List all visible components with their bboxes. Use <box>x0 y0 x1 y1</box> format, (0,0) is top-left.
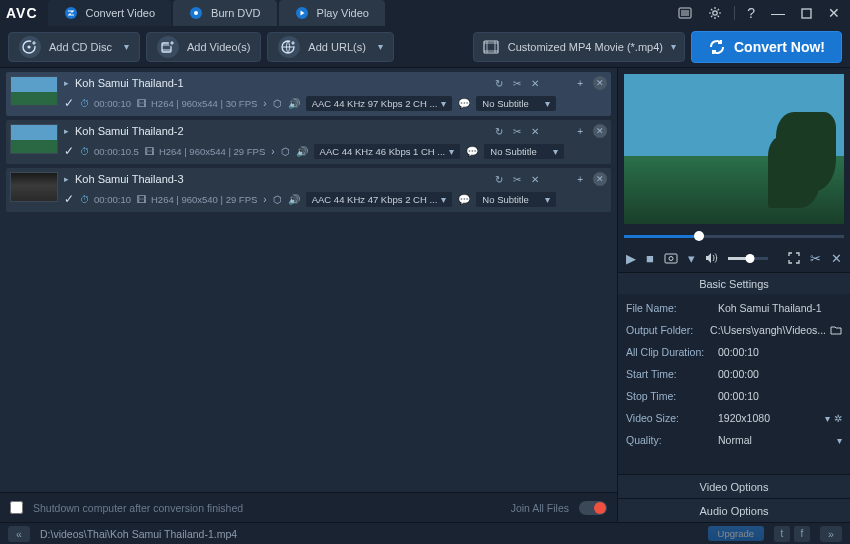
file-checkbox[interactable]: ✓ <box>64 144 74 158</box>
svg-rect-6 <box>802 9 811 18</box>
close-icon[interactable]: ✕ <box>824 3 844 23</box>
subtitle-select[interactable]: No Subtitle ▾ <box>484 144 564 159</box>
audio-icon: 🔊 <box>288 98 300 109</box>
file-item[interactable]: ▸ Koh Samui Thailand-3 ↻ ✂ ✕ + ✕ ✓ ⏱ 00:… <box>6 168 611 212</box>
folder-browse-icon[interactable] <box>830 325 842 335</box>
file-item[interactable]: ▸ Koh Samui Thailand-1 ↻ ✂ ✕ + ✕ ✓ ⏱ 00:… <box>6 72 611 116</box>
audio-options-button[interactable]: Audio Options <box>618 498 850 522</box>
add-icon[interactable]: + <box>577 126 583 137</box>
expand-icon[interactable]: › <box>271 146 274 157</box>
file-title: Koh Samui Thailand-1 <box>75 77 184 89</box>
crop-icon[interactable]: ✕ <box>531 174 539 185</box>
subtitle-select[interactable]: No Subtitle ▾ <box>476 96 556 111</box>
tab-play-video[interactable]: Play Video <box>279 0 385 26</box>
video-options-button[interactable]: Video Options <box>618 474 850 498</box>
video-badge-icon: ▸ <box>64 174 69 184</box>
cut-icon[interactable]: ✂ <box>513 126 521 137</box>
audio-select[interactable]: AAC 44 KHz 47 Kbps 2 CH ... ▾ <box>306 192 453 207</box>
chevron-down-icon[interactable]: ▾ <box>688 251 695 266</box>
output-folder-value[interactable]: C:\Users\yangh\Videos... <box>710 324 826 336</box>
file-checkbox[interactable]: ✓ <box>64 96 74 110</box>
expand-icon[interactable]: › <box>263 98 266 109</box>
dvd-icon <box>189 6 203 20</box>
tab-convert-video[interactable]: Convert Video <box>48 0 172 26</box>
add-icon[interactable]: + <box>577 78 583 89</box>
volume-slider[interactable] <box>728 257 768 260</box>
chevron-down-icon: ▾ <box>545 98 550 109</box>
video-preview[interactable] <box>624 74 844 224</box>
maximize-icon[interactable] <box>797 6 816 21</box>
crop-icon[interactable]: ✕ <box>531 126 539 137</box>
stop-time-value[interactable]: 00:00:10 <box>718 390 842 402</box>
stop-icon[interactable]: ■ <box>646 251 654 266</box>
refresh-icon[interactable]: ↻ <box>495 126 503 137</box>
tab-label: Play Video <box>317 7 369 19</box>
refresh-icon[interactable]: ↻ <box>495 78 503 89</box>
subtitle-select[interactable]: No Subtitle ▾ <box>476 192 556 207</box>
play-icon[interactable]: ▶ <box>626 251 636 266</box>
volume-icon[interactable] <box>705 252 718 264</box>
file-name-value[interactable]: Koh Samui Thailand-1 <box>718 302 842 314</box>
effects-icon[interactable]: ⬡ <box>273 194 282 205</box>
effects-icon[interactable]: ⬡ <box>281 146 290 157</box>
help-icon[interactable]: ? <box>743 3 759 23</box>
divider <box>734 6 735 20</box>
add-cd-button[interactable]: Add CD Disc ▾ <box>8 32 140 62</box>
gear-icon[interactable] <box>704 4 726 22</box>
options-icon[interactable] <box>674 4 696 22</box>
convert-now-button[interactable]: Convert Now! <box>691 31 842 63</box>
crop-icon[interactable]: ✕ <box>831 251 842 266</box>
effects-icon[interactable]: ⬡ <box>273 98 282 109</box>
shutdown-checkbox[interactable] <box>10 501 23 514</box>
audio-icon: 🔊 <box>296 146 308 157</box>
add-videos-button[interactable]: Add Video(s) <box>146 32 261 62</box>
chevron-down-icon: ▾ <box>553 146 558 157</box>
video-size-select[interactable]: 1920x1080▾ <box>718 412 830 424</box>
subtitle-icon: 💬 <box>458 98 470 109</box>
file-thumbnail[interactable] <box>10 124 58 154</box>
twitter-icon[interactable]: t <box>774 526 790 542</box>
add-urls-button[interactable]: Add URL(s) ▾ <box>267 32 393 62</box>
quality-select[interactable]: Normal▾ <box>718 434 842 446</box>
remove-icon[interactable]: ✕ <box>593 124 607 138</box>
cut-icon[interactable]: ✂ <box>513 174 521 185</box>
film-add-icon <box>157 36 179 58</box>
start-time-value[interactable]: 00:00:00 <box>718 368 842 380</box>
shutdown-label: Shutdown computer after conversion finis… <box>33 502 243 514</box>
minimize-icon[interactable]: — <box>767 3 789 23</box>
svg-point-0 <box>65 7 77 19</box>
fullscreen-icon[interactable] <box>788 252 800 264</box>
snapshot-icon[interactable] <box>664 252 678 264</box>
add-icon[interactable]: + <box>577 174 583 185</box>
file-item[interactable]: ▸ Koh Samui Thailand-2 ↻ ✂ ✕ + ✕ ✓ ⏱ 00:… <box>6 120 611 164</box>
audio-select[interactable]: AAC 44 KHz 46 Kbps 1 CH ... ▾ <box>314 144 461 159</box>
tab-burn-dvd[interactable]: Burn DVD <box>173 0 277 26</box>
file-thumbnail[interactable] <box>10 76 58 106</box>
file-checkbox[interactable]: ✓ <box>64 192 74 206</box>
button-label: Add URL(s) <box>308 41 365 53</box>
remove-icon[interactable]: ✕ <box>593 172 607 186</box>
output-profile-select[interactable]: Customized MP4 Movie (*.mp4) ▾ <box>473 32 685 62</box>
basic-settings: File Name: Koh Samui Thailand-1 Output F… <box>618 294 850 454</box>
gear-icon[interactable]: ✲ <box>834 413 842 424</box>
remove-icon[interactable]: ✕ <box>593 76 607 90</box>
join-all-toggle[interactable] <box>579 501 607 515</box>
codec-info: 🎞 H264 | 960x544 | 30 FPS <box>137 98 257 109</box>
expand-right-icon[interactable]: » <box>820 526 842 542</box>
file-thumbnail[interactable] <box>10 172 58 202</box>
duration-label: ⏱ 00:00:10 <box>80 194 131 205</box>
upgrade-button[interactable]: Upgrade <box>708 526 764 541</box>
list-footer: Shutdown computer after conversion finis… <box>0 492 617 522</box>
collapse-left-icon[interactable]: « <box>8 526 30 542</box>
audio-select[interactable]: AAC 44 KHz 97 Kbps 2 CH ... ▾ <box>306 96 453 111</box>
player-controls: ▶ ■ ▾ ✂ ✕ <box>618 244 850 272</box>
seek-bar[interactable] <box>624 230 844 244</box>
video-badge-icon: ▸ <box>64 78 69 88</box>
cut-icon[interactable]: ✂ <box>810 251 821 266</box>
cut-icon[interactable]: ✂ <box>513 78 521 89</box>
crop-icon[interactable]: ✕ <box>531 78 539 89</box>
expand-icon[interactable]: › <box>263 194 266 205</box>
facebook-icon[interactable]: f <box>794 526 810 542</box>
refresh-icon[interactable]: ↻ <box>495 174 503 185</box>
svg-point-2 <box>194 11 198 15</box>
